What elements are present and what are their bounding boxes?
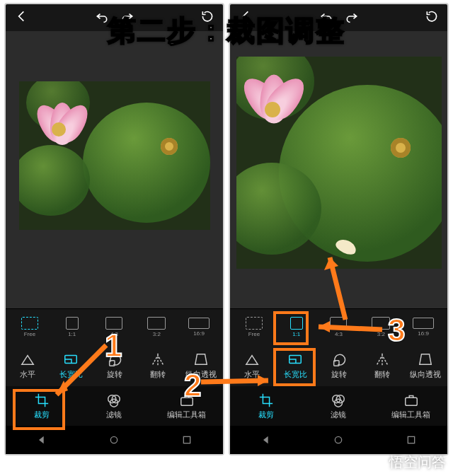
tool-perspective[interactable]: 纵向透视 [404, 352, 447, 380]
screenshot-right: Free 1:1 4:3 3:2 16:9 水平 长宽比 旋转 翻转 纵向透视 … [229, 3, 449, 455]
redo-icon[interactable] [345, 9, 359, 26]
nav-back-icon[interactable] [260, 434, 272, 446]
ratio-4-3[interactable]: 4:3 [99, 317, 129, 337]
image-stage[interactable] [6, 31, 223, 308]
tool-perspective[interactable]: 纵向透视 [180, 352, 223, 380]
photo-preview[interactable] [236, 57, 442, 269]
android-navbar [6, 426, 223, 454]
photo-preview[interactable] [19, 81, 210, 230]
nav-back-icon[interactable] [36, 434, 47, 446]
nav-recent-icon[interactable] [181, 434, 193, 446]
ratio-4-3[interactable]: 4:3 [323, 317, 353, 337]
image-stage[interactable] [230, 31, 447, 308]
ratio-free[interactable]: Free [239, 317, 269, 337]
svg-rect-5 [181, 397, 193, 405]
ratio-1-1[interactable]: 1:1 [57, 317, 87, 337]
tool-strip: 水平 长宽比 旋转 翻转 纵向透视 [6, 345, 223, 386]
svg-rect-13 [406, 397, 418, 405]
watermark-logo-icon [364, 455, 385, 470]
undo-icon[interactable] [95, 9, 109, 26]
screenshot-left: Free 1:1 4:3 3:2 16:9 水平 长宽比 旋转 翻转 纵向透视 … [4, 3, 224, 455]
tool-strip: 水平 长宽比 旋转 翻转 纵向透视 [230, 345, 447, 386]
top-bar [6, 4, 223, 31]
android-navbar [230, 426, 447, 454]
ratio-3-2[interactable]: 3:2 [366, 317, 396, 337]
ratio-16-9[interactable]: 16:9 [184, 318, 214, 337]
aspect-ratio-strip: Free 1:1 4:3 3:2 16:9 [230, 308, 447, 345]
reset-icon[interactable] [200, 9, 214, 26]
svg-rect-7 [183, 436, 190, 443]
redo-icon[interactable] [120, 9, 134, 26]
tool-aspect-ratio[interactable]: 长宽比 [49, 352, 92, 380]
aspect-ratio-strip: Free 1:1 4:3 3:2 16:9 [6, 308, 223, 345]
tool-level[interactable]: 水平 [230, 352, 273, 380]
tool-flip[interactable]: 翻转 [360, 352, 403, 380]
svg-point-6 [111, 436, 117, 443]
back-icon[interactable] [239, 9, 253, 26]
top-bar [230, 4, 447, 31]
bottom-tabs: 裁剪 滤镜 编辑工具箱 [6, 386, 223, 426]
bottom-tabs: 裁剪 滤镜 编辑工具箱 [230, 386, 447, 426]
tab-filter[interactable]: 滤镜 [302, 393, 374, 420]
tab-toolbox[interactable]: 编辑工具箱 [375, 393, 447, 420]
nav-home-icon[interactable] [108, 434, 120, 446]
back-icon[interactable] [14, 9, 28, 26]
ratio-3-2[interactable]: 3:2 [142, 317, 171, 337]
tool-flip[interactable]: 翻转 [136, 352, 179, 380]
tab-filter[interactable]: 滤镜 [78, 393, 150, 420]
watermark: 悟空问答 [364, 453, 446, 472]
nav-home-icon[interactable] [333, 434, 344, 446]
ratio-free[interactable]: Free [15, 317, 45, 337]
tab-crop[interactable]: 裁剪 [230, 393, 302, 420]
reset-icon[interactable] [425, 9, 439, 26]
ratio-1-1[interactable]: 1:1 [282, 317, 311, 337]
tool-aspect-ratio[interactable]: 长宽比 [273, 352, 316, 380]
tool-level[interactable]: 水平 [6, 352, 49, 380]
nav-recent-icon[interactable] [406, 434, 417, 446]
svg-rect-15 [408, 436, 414, 443]
tool-rotate[interactable]: 旋转 [317, 352, 360, 380]
tab-toolbox[interactable]: 编辑工具箱 [151, 393, 223, 420]
tab-crop[interactable]: 裁剪 [6, 393, 78, 420]
tool-rotate[interactable]: 旋转 [93, 352, 136, 380]
svg-point-14 [336, 436, 342, 443]
watermark-text: 悟空问答 [389, 453, 446, 472]
undo-icon[interactable] [319, 9, 333, 26]
ratio-16-9[interactable]: 16:9 [408, 318, 438, 337]
